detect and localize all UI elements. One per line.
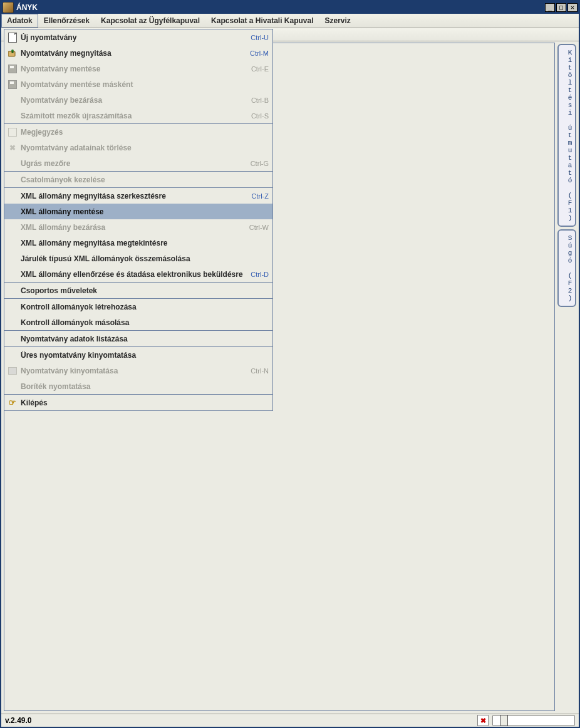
blank: [7, 318, 18, 328]
save-icon: [7, 80, 18, 90]
zoom-slider-knob[interactable]: [500, 715, 508, 726]
menu-item-label: Ugrás mezőre: [21, 159, 246, 168]
menu-item: Számított mezők újraszámításaCtrl-S: [4, 108, 272, 123]
menu-item: Csatolmányok kezelése: [4, 172, 272, 187]
titlebar: ÁNYK _ □ ✕: [1, 1, 579, 14]
menu-item: Nyomtatvány bezárásaCtrl-B: [4, 92, 272, 108]
menu-item-label: XML állomány megnyitása megtekintésre: [21, 239, 269, 247]
menu-item-label: Nyomtatvány bezárása: [21, 96, 246, 105]
menu-item[interactable]: Járulék típusú XML állományok összemásol…: [4, 251, 272, 266]
menu-item-label: Kilépés: [21, 398, 269, 407]
menu-item-label: Kontroll állományok másolása: [21, 318, 269, 327]
menu-item[interactable]: Kontroll állományok másolása: [4, 315, 272, 330]
menu-item[interactable]: Nyomtatvány megnyitásaCtrl-M: [4, 45, 272, 61]
blank: [7, 286, 18, 296]
menu-item-label: Számított mezők újraszámítása: [21, 112, 246, 120]
menu-item-label: XML állomány megnyitása szerkesztésre: [21, 192, 247, 200]
blank: [7, 350, 18, 360]
save-icon: [7, 64, 18, 74]
menu-item[interactable]: Új nyomtatványCtrl-U: [4, 29, 272, 45]
menu-item: Nyomtatvány kinyomtatásaCtrl-N: [4, 363, 272, 378]
blank: [7, 269, 18, 279]
menu-item-label: XML állomány ellenőrzése és átadása elek…: [21, 270, 246, 279]
side-tab-help[interactable]: Súgó (F2): [557, 229, 576, 307]
minimize-button[interactable]: _: [545, 3, 555, 12]
menu-item-label: Nyomtatvány adatainak törlése: [21, 143, 269, 152]
blank: [7, 334, 18, 344]
blank: [7, 95, 18, 105]
menu-item: Nyomtatvány mentése másként: [4, 76, 272, 92]
menu-item[interactable]: Nyomtatvány adatok listázása: [4, 331, 272, 346]
blank: [7, 207, 18, 217]
blank: [7, 175, 18, 185]
menu-item: XML állomány bezárásaCtrl-W: [4, 219, 272, 235]
blank: [7, 382, 18, 392]
menu-item-label: Nyomtatvány kinyomtatása: [21, 367, 246, 375]
menu-item[interactable]: Üres nyomtatvány kinyomtatása: [4, 347, 272, 363]
menu-hivatali-kapu[interactable]: Kapcsolat a Hivatali Kapuval: [205, 14, 319, 28]
blank: [7, 254, 18, 264]
menu-item-label: XML állomány bezárása: [21, 223, 244, 232]
version-label: v.2.49.0: [5, 716, 31, 725]
menu-item-accelerator: Ctrl-W: [249, 224, 269, 231]
menubar: Adatok Ellenőrzések Kapcsolat az Ügyfélk…: [1, 14, 579, 28]
menu-item: Boríték nyomtatása: [4, 378, 272, 394]
menu-item-label: Kontroll állományok létrehozása: [21, 303, 269, 311]
menu-item-label: Üres nyomtatvány kinyomtatása: [21, 351, 269, 360]
menu-item-label: Új nyomtatvány: [21, 33, 246, 42]
menu-item-accelerator: Ctrl-U: [251, 34, 269, 41]
menu-adatok[interactable]: Adatok: [1, 14, 38, 28]
menu-item: Nyomtatvány mentéseCtrl-E: [4, 61, 272, 76]
exit-icon: ☞: [7, 398, 18, 408]
menu-item[interactable]: Csoportos műveletek: [4, 283, 272, 298]
menu-item[interactable]: Kontroll állományok létrehozása: [4, 299, 272, 315]
window-title: ÁNYK: [16, 3, 544, 12]
menu-item-label: Csoportos műveletek: [21, 286, 269, 295]
window-buttons: _ □ ✕: [544, 3, 577, 12]
x-icon: ✖: [7, 143, 18, 153]
menu-item-accelerator: Ctrl-Z: [252, 192, 269, 200]
menu-item-accelerator: Ctrl-D: [251, 271, 269, 278]
menu-item[interactable]: XML állomány megnyitása megtekintésre: [4, 235, 272, 251]
menu-ellenorzesek[interactable]: Ellenőrzések: [38, 14, 95, 28]
menu-item-label: Nyomtatvány mentése: [21, 65, 246, 73]
app-window: ÁNYK _ □ ✕ Adatok Ellenőrzések Kapcsolat…: [0, 0, 580, 728]
blank: [7, 191, 18, 201]
maximize-button[interactable]: □: [556, 3, 566, 12]
menu-item-label: Boríték nyomtatása: [21, 382, 269, 391]
menu-item-accelerator: Ctrl-E: [251, 65, 269, 73]
menu-item-accelerator: Ctrl-G: [251, 160, 269, 167]
blank: [7, 159, 18, 169]
menu-item-label: Nyomtatvány mentése másként: [21, 80, 269, 89]
menu-ugyfelkapu[interactable]: Kapcsolat az Ügyfélkapuval: [95, 14, 205, 28]
print-icon: [7, 366, 18, 376]
menu-item[interactable]: ☞Kilépés: [4, 395, 272, 410]
menu-item-label: Csatolmányok kezelése: [21, 175, 269, 184]
blank: [7, 238, 18, 248]
menu-item-label: Nyomtatvány megnyitása: [21, 49, 245, 58]
menu-szerviz[interactable]: Szerviz: [319, 14, 356, 28]
menu-item: Ugrás mezőreCtrl-G: [4, 155, 272, 171]
statusbar: v.2.49.0 ✖: [1, 714, 579, 727]
menu-item-accelerator: Ctrl-S: [251, 112, 269, 120]
menu-item-accelerator: Ctrl-M: [250, 49, 269, 57]
zoom-slider[interactable]: [492, 715, 575, 725]
side-tab-guide[interactable]: Kitöltési útmutató (F1): [557, 44, 576, 227]
open-icon: [7, 48, 18, 58]
doc-icon: [7, 33, 18, 43]
menu-item[interactable]: XML állomány ellenőrzése és átadása elek…: [4, 266, 272, 282]
menu-item-label: Nyomtatvány adatok listázása: [21, 335, 269, 343]
menu-item-accelerator: Ctrl-B: [251, 96, 269, 104]
menu-item: ✖Nyomtatvány adatainak törlése: [4, 140, 272, 155]
blank: [7, 111, 18, 121]
app-icon: [3, 2, 14, 13]
blank: [7, 302, 18, 312]
menu-item-accelerator: Ctrl-N: [251, 367, 269, 375]
menu-item-label: Megjegyzés: [21, 128, 269, 137]
blank: [7, 222, 18, 232]
status-error-icon[interactable]: ✖: [477, 715, 489, 726]
close-button[interactable]: ✕: [567, 3, 577, 12]
note-icon: [7, 127, 18, 137]
menu-item[interactable]: XML állomány megnyitása szerkesztésreCtr…: [4, 188, 272, 204]
side-tabs: Kitöltési útmutató (F1) Súgó (F2): [557, 44, 576, 307]
